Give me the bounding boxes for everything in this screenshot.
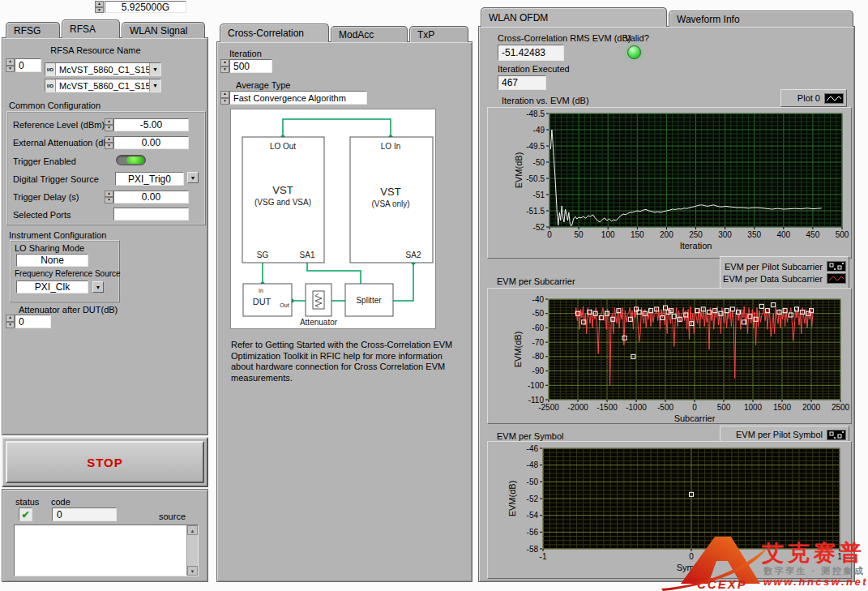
trigger-delay-field[interactable]: 0.00 [113,191,189,203]
tab-modacc[interactable]: ModAcc [331,26,408,42]
scatter-squares-legend-icon [827,261,846,272]
iteration-label: Iteration [229,49,262,58]
svg-text:1500: 1500 [773,403,792,412]
svg-text:-46: -46 [527,444,539,453]
digital-trigger-source-ring[interactable]: PXI_Trig0 [115,172,184,186]
tab-rfsg[interactable]: RFSG [6,22,60,38]
svg-text:-80: -80 [532,352,545,361]
connection-diagram: LO Out LO In VST (VSG and VSA) VST (VSA … [230,109,436,329]
subcarrier-legend[interactable]: EVM per Pilot Subcarrier EVM per Data Su… [720,256,849,289]
svg-text:-49.5: -49.5 [526,142,545,151]
rfsa-tab-page: RFSA Resource Name ▲▼ 0 I/O McVST_5860_C… [2,37,208,435]
external-attenuation-field[interactable]: 0.00 [113,136,189,149]
lo-sharing-mode-field[interactable]: None [16,254,88,267]
diagram-sa1-label: SA1 [300,251,315,259]
diagram-vst2-subtitle: (VSA only) [371,199,409,208]
iteration-field[interactable]: 500 [229,59,272,73]
stop-button-frame: STOP [2,437,208,487]
common-configuration-frame: Reference Level (dBm) ▲▼ -5.00 External … [6,111,206,225]
scroll-up-icon[interactable]: ▲ [187,525,198,535]
attenuator-after-dut-spinner[interactable]: ▲▼ [6,315,15,328]
tab-wlan-signal[interactable]: WLAN Signal [122,22,205,38]
selected-ports-label: Selected Ports [13,210,71,220]
svg-text:Iteration: Iteration [680,241,712,251]
trigger-enabled-toggle[interactable] [116,155,146,165]
diagram-lo-in-label: LO In [381,142,400,151]
tab-rfsg-label: RFSG [14,25,41,36]
rms-evm-value: -51.42483 [502,47,545,58]
svg-text:-52: -52 [533,223,545,232]
iteration-evm-graph-title: Iteration vs. EVM (dB) [502,96,589,105]
source-value [15,525,186,576]
diagram-vst2-title: VST [380,186,400,198]
source-scrollbar[interactable]: ▲▼ [186,525,198,576]
iteration-spinner[interactable]: ▲▼ [220,59,229,73]
scroll-down-icon[interactable]: ▼ [187,566,198,576]
svg-text:2500: 2500 [832,403,850,412]
resource-index-spinner[interactable]: ▲▼ [6,58,15,72]
attenuator-after-dut-label: Attenuator after DUT(dB) [19,305,118,315]
diagram-vst1-subtitle: (VSG and VSA) [254,198,311,207]
frequency-reference-dropdown-button[interactable]: ▼ [92,281,104,293]
svg-text:-51.5: -51.5 [526,207,545,216]
svg-text:500: 500 [836,230,849,239]
resource-device2-combo[interactable]: I/O McVST_5860_C1_S15/1 ▼ [45,79,161,92]
valid-label: Valid? [625,33,649,43]
svg-text:250: 250 [689,230,703,239]
frequency-reference-source-field[interactable]: PXI_Clk [16,281,88,293]
frequency-spinner[interactable]: ▲▼ [95,1,104,13]
resource-device1-combo[interactable]: I/O McVST_5860_C1_S15/0 ▼ [45,62,161,76]
wlan-ofdm-tab-page: Cross-Correlation RMS EVM (dB) -51.42483… [478,26,855,582]
plot0-legend-label: Plot 0 [797,93,820,103]
iteration-executed-label: Iteration Executed [498,64,570,74]
toggle-knob-icon [126,156,144,164]
average-type-spinner[interactable]: ▲▼ [220,91,229,105]
plot0-legend[interactable]: Plot 0 [780,89,847,107]
digital-trigger-dropdown-button[interactable]: ▼ [187,172,199,183]
resource-index-field[interactable]: 0 [15,58,41,72]
svg-text:500: 500 [717,403,731,412]
tab-rfsa[interactable]: RFSA [62,19,120,38]
frequency-field[interactable]: 5.925000G [105,1,186,13]
svg-text:100: 100 [601,230,615,239]
data-subcarrier-legend-label: EVM per Data Subcarrier [723,274,823,284]
tab-wlan-ofdm[interactable]: WLAN OFDM [481,7,667,27]
svg-text:-40: -40 [532,295,545,304]
io-name-icon: I/O [45,63,56,75]
selected-ports-field[interactable] [113,208,189,221]
evm-per-subcarrier-graph[interactable]: -2500-2000-1500-1000-5000500100015002000… [487,288,852,424]
svg-text:-50: -50 [532,309,545,318]
svg-text:-50: -50 [527,478,539,486]
frequency-reference-source-value: PXI_Clk [35,281,70,293]
diagram-dut-label: DUT [253,297,272,306]
reference-level-field[interactable]: -5.00 [113,118,189,131]
svg-text:-56: -56 [527,528,539,537]
io-name-icon: I/O [45,79,56,92]
diagram-sa2-label: SA2 [406,251,421,259]
evm-per-symbol-graph[interactable]: -101-46-48-50-52-54-56-58SymbolEVM(dB) [487,441,852,579]
stop-button[interactable]: STOP [6,441,204,483]
trigger-delay-spinner[interactable]: ▲▼ [105,191,113,203]
svg-text:-50: -50 [533,158,545,167]
tab-waveform-info[interactable]: Waveform Info [669,11,853,27]
svg-text:-58: -58 [527,545,539,554]
tab-txp[interactable]: TxP [409,26,468,42]
iteration-evm-graph[interactable]: 050100150200250300350400450500-48.5-49-4… [487,107,852,259]
svg-text:EVM(dB): EVM(dB) [513,332,523,368]
svg-text:400: 400 [776,230,790,239]
average-type-field[interactable]: Fast Convergence Algorithm [229,91,367,105]
external-attenuation-spinner[interactable]: ▲▼ [105,136,113,149]
svg-text:-1: -1 [540,552,547,561]
reference-level-spinner[interactable]: ▲▼ [105,118,113,131]
svg-text:Subcarrier: Subcarrier [674,413,716,423]
tab-cross-correlation[interactable]: Cross-Correlation [220,24,329,42]
scatter-squares-legend-icon [827,430,846,440]
combo-arrow-icon: ▼ [149,63,160,75]
trigger-delay-label: Trigger Delay (s) [13,192,79,202]
attenuator-after-dut-field[interactable]: 0 [15,315,51,328]
evm-per-symbol-title: EVM per Symbol [497,431,564,441]
pilot-subcarrier-legend-label: EVM per Pilot Subcarrier [725,262,823,272]
svg-text:-1500: -1500 [596,403,618,412]
stop-button-label: STOP [87,456,123,469]
svg-text:-48: -48 [527,460,539,469]
